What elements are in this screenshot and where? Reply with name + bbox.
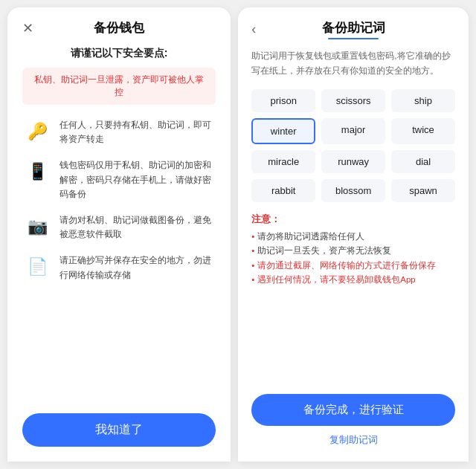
safety-icon-3: 📄 xyxy=(22,252,52,282)
title-underline xyxy=(328,38,379,39)
notice-item: 遇到任何情况，请不要轻易卸载钱包App xyxy=(251,273,455,288)
know-button[interactable]: 我知道了 xyxy=(22,413,216,447)
right-bottom: 备份完成，进行验证 复制助记词 xyxy=(251,394,455,447)
back-button[interactable]: ‹ xyxy=(251,22,256,37)
word-cell: rabbit xyxy=(251,179,315,202)
safety-item-text-1: 钱包密码仅用于私钥、助记词的加密和解密，密码只存储在手机上，请做好密码备份 xyxy=(60,157,216,201)
safety-items-list: 🔑 任何人，只要持有私钥、助记词，即可将资产转走 📱 钱包密码仅用于私钥、助记词… xyxy=(22,117,216,403)
word-cell: runway xyxy=(321,150,385,173)
warning-box: 私钥、助记词一旦泄露，资产即可被他人掌控 xyxy=(22,68,216,105)
word-cell: winter xyxy=(251,118,315,144)
notice-item: 请勿通过截屏、网络传输的方式进行备份保存 xyxy=(251,259,455,274)
word-cell: twice xyxy=(391,118,455,144)
safety-item-text-2: 请勿对私钥、助记词做截图备份，避免被恶意软件截取 xyxy=(60,212,216,242)
notice-title: 注意： xyxy=(251,213,455,226)
notice-section: 注意： 请勿将助记词透露给任何人助记词一旦丢失，资产将无法恢复请勿通过截屏、网络… xyxy=(251,213,455,288)
left-header: ✕ 备份钱包 xyxy=(22,19,216,36)
safety-item-text-3: 请正确抄写并保存在安全的地方，勿进行网络传输或存储 xyxy=(60,252,216,282)
safety-item: 📄 请正确抄写并保存在安全的地方，勿进行网络传输或存储 xyxy=(22,252,216,282)
safety-item: 📱 钱包密码仅用于私钥、助记词的加密和解密，密码只存储在手机上，请做好密码备份 xyxy=(22,157,216,201)
word-cell: scissors xyxy=(321,89,385,112)
safety-title: 请谨记以下安全要点: xyxy=(22,47,216,60)
warning-text: 私钥、助记词一旦泄露，资产即可被他人掌控 xyxy=(31,74,207,99)
safety-item: 📷 请勿对私钥、助记词做截图备份，避免被恶意软件截取 xyxy=(22,212,216,242)
word-cell: miracle xyxy=(251,150,315,173)
word-cell: prison xyxy=(251,89,315,112)
left-bottom: 我知道了 xyxy=(22,413,216,447)
right-header: ‹ 备份助记词 xyxy=(251,19,455,39)
safety-icon-1: 📱 xyxy=(22,157,52,187)
right-panel: ‹ 备份助记词 助记词用于恢复钱包或重置钱包密码,将它准确的抄写在纸上，并存放在… xyxy=(238,7,469,462)
notice-item: 请勿将助记词透露给任何人 xyxy=(251,230,455,245)
safety-icon-2: 📷 xyxy=(22,212,52,242)
word-cell: spawn xyxy=(391,179,455,202)
word-cell: blossom xyxy=(321,179,385,202)
mnemonic-description: 助记词用于恢复钱包或重置钱包密码,将它准确的抄写在纸上，并存放在只有你知道的安全… xyxy=(251,48,455,79)
notice-item: 助记词一旦丢失，资产将无法恢复 xyxy=(251,244,455,259)
right-title-wrapper: 备份助记词 xyxy=(322,19,385,39)
left-title: 备份钱包 xyxy=(94,19,144,36)
left-panel: ✕ 备份钱包 请谨记以下安全要点: 私钥、助记词一旦泄露，资产即可被他人掌控 🔑… xyxy=(7,7,231,462)
word-cell: ship xyxy=(391,89,455,112)
right-title: 备份助记词 xyxy=(322,19,385,36)
backup-verify-button[interactable]: 备份完成，进行验证 xyxy=(251,394,455,426)
safety-item: 🔑 任何人，只要持有私钥、助记词，即可将资产转走 xyxy=(22,117,216,146)
safety-icon-0: 🔑 xyxy=(22,117,52,146)
word-cell: major xyxy=(321,118,385,144)
word-grid: prisonscissorsshipwintermajortwicemiracl… xyxy=(251,89,455,202)
copy-mnemonic-link[interactable]: 复制助记词 xyxy=(251,433,455,447)
safety-item-text-0: 任何人，只要持有私钥、助记词，即可将资产转走 xyxy=(60,117,216,146)
close-button[interactable]: ✕ xyxy=(22,20,33,36)
word-cell: dial xyxy=(391,150,455,173)
